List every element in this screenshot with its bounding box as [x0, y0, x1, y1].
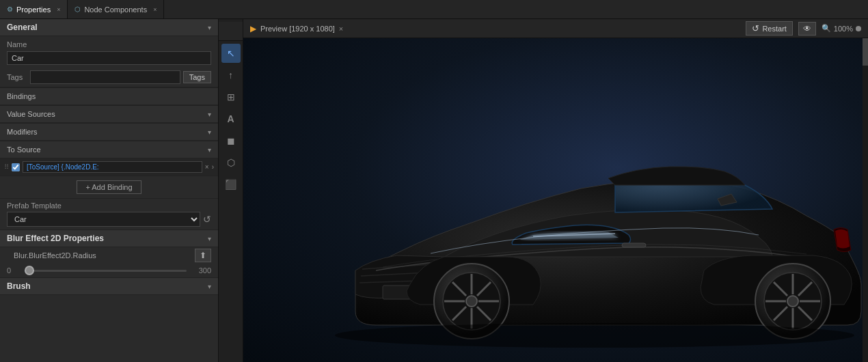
prefab-reset-btn[interactable]: ↺ [203, 214, 211, 225]
cursor-tool-btn[interactable]: ↖ [221, 44, 241, 63]
svg-rect-28 [622, 243, 646, 247]
properties-icon: ⚙ [7, 5, 13, 13]
main-layout: General ▾ Name Tags Tags Bindings Value … [0, 19, 868, 362]
preview-icon: ▶ [250, 24, 256, 33]
svg-point-15 [466, 296, 477, 307]
restart-button[interactable]: ↺ Restart [746, 21, 792, 36]
binding-text: [ToSource] {.Node2D.E: [23, 161, 202, 173]
center-toolbar: ↖ ↑ ⊞ A ◼ ⬡ ⬛ [219, 19, 243, 362]
restart-icon: ↺ [752, 23, 759, 33]
left-panel: General ▾ Name Tags Tags Bindings Value … [0, 19, 219, 362]
layers-tool-btn[interactable]: ◼ [221, 131, 241, 150]
blur-upload-row: Blur.BlurEffect2D.Radius ⬆ [0, 247, 218, 264]
name-input[interactable] [7, 51, 211, 65]
general-label: General [7, 23, 38, 32]
svg-point-26 [787, 296, 798, 307]
value-sources-label: Value Sources [7, 110, 55, 118]
slider-row: 0 300 [0, 264, 218, 277]
drag-handle[interactable]: ⠿ [4, 163, 9, 171]
zoom-label: 100% [834, 25, 853, 33]
scrollbar-thumb[interactable] [863, 38, 868, 66]
blur-prop-label: Blur.BlurEffect2D.Radius [7, 249, 103, 262]
car-image [321, 52, 868, 362]
slider-min-label: 0 [7, 266, 21, 275]
prefab-select-row: Car ↺ [7, 212, 211, 227]
preview-scrollbar[interactable] [863, 38, 868, 362]
pointer-tool-btn[interactable]: ↑ [221, 66, 241, 85]
zoom-display: 🔍 100% [822, 24, 861, 33]
prefab-select[interactable]: Car [7, 212, 200, 227]
preview-title: ▶ Preview [1920 x 1080] × [250, 24, 343, 33]
name-label: Name [7, 39, 211, 50]
modifiers-label: Modifiers [7, 128, 38, 136]
node-components-icon: ⬡ [74, 5, 81, 13]
to-source-label: To Source [7, 145, 41, 154]
tab-node-components-label: Node Components [84, 5, 147, 14]
general-section-header[interactable]: General ▾ [0, 19, 218, 36]
binding-close-btn[interactable]: × [205, 163, 209, 171]
tab-properties-close[interactable]: × [57, 6, 60, 13]
preview-header: ▶ Preview [1920 x 1080] × ↺ Restart 👁 🔍 … [243, 19, 868, 38]
tags-button[interactable]: Tags [183, 71, 211, 83]
blur-upload-btn[interactable]: ⬆ [195, 249, 211, 262]
general-arrow: ▾ [208, 24, 211, 31]
text-tool-btn[interactable]: A [221, 109, 241, 128]
preview-controls: ↺ Restart 👁 🔍 100% [746, 21, 861, 36]
slider-thumb[interactable] [25, 266, 34, 275]
grid-tool-btn[interactable]: ⊞ [221, 87, 241, 107]
zoom-icon: 🔍 [822, 24, 831, 33]
tab-node-components[interactable]: ⬡ Node Components × [68, 0, 164, 18]
to-source-arrow: ▾ [208, 146, 211, 154]
brush-label: Brush [7, 281, 31, 291]
blur-section-header[interactable]: Blur Effect 2D Properties ▾ [0, 230, 218, 247]
prefab-template-label: Prefab Template [7, 201, 211, 210]
add-binding-button[interactable]: + Add Binding [77, 180, 141, 194]
to-source-header[interactable]: To Source ▾ [0, 141, 218, 158]
tab-node-components-close[interactable]: × [153, 6, 157, 13]
share-tool-btn[interactable]: ⬡ [221, 153, 241, 172]
preview-label: Preview [1920 x 1080] [260, 25, 335, 33]
blur-section-label: Blur Effect 2D Properties [7, 234, 104, 243]
slider-max-label: 300 [191, 266, 211, 275]
tags-label: Tags [7, 72, 27, 83]
binding-navigate-btn[interactable]: › [212, 163, 214, 171]
tab-bar: ⚙ Properties × ⬡ Node Components × [0, 0, 868, 19]
name-field-row: Name [0, 36, 218, 68]
slider-bg [25, 270, 187, 272]
toolbar-header [219, 22, 243, 41]
tags-row: Tags Tags [0, 68, 218, 87]
bindings-label: Bindings [7, 92, 36, 100]
camera-tool-btn[interactable]: ⬛ [221, 175, 241, 194]
car-canvas [243, 38, 868, 362]
blur-section-arrow: ▾ [208, 235, 211, 242]
eye-button[interactable]: 👁 [798, 22, 816, 36]
modifiers-arrow: ▾ [208, 128, 211, 136]
slider-track[interactable] [25, 266, 187, 275]
svg-point-27 [335, 323, 854, 348]
zoom-indicator [856, 26, 861, 31]
preview-area: ▶ Preview [1920 x 1080] × ↺ Restart 👁 🔍 … [243, 19, 868, 362]
brush-arrow: ▾ [208, 283, 211, 290]
tab-properties-label: Properties [16, 5, 51, 14]
tab-properties[interactable]: ⚙ Properties × [0, 0, 68, 18]
binding-row: ⠿ [ToSource] {.Node2D.E: × › [0, 158, 218, 176]
value-sources-arrow: ▾ [208, 111, 211, 118]
binding-checkbox[interactable] [12, 163, 20, 171]
preview-close[interactable]: × [339, 25, 343, 33]
restart-label: Restart [762, 25, 786, 33]
bindings-header[interactable]: Bindings [0, 87, 218, 105]
prefab-template-row: Prefab Template Car ↺ [0, 199, 218, 229]
modifiers-header[interactable]: Modifiers ▾ [0, 123, 218, 141]
brush-section-header[interactable]: Brush ▾ [0, 278, 218, 295]
tags-input[interactable] [30, 70, 180, 84]
value-sources-header[interactable]: Value Sources ▾ [0, 105, 218, 123]
